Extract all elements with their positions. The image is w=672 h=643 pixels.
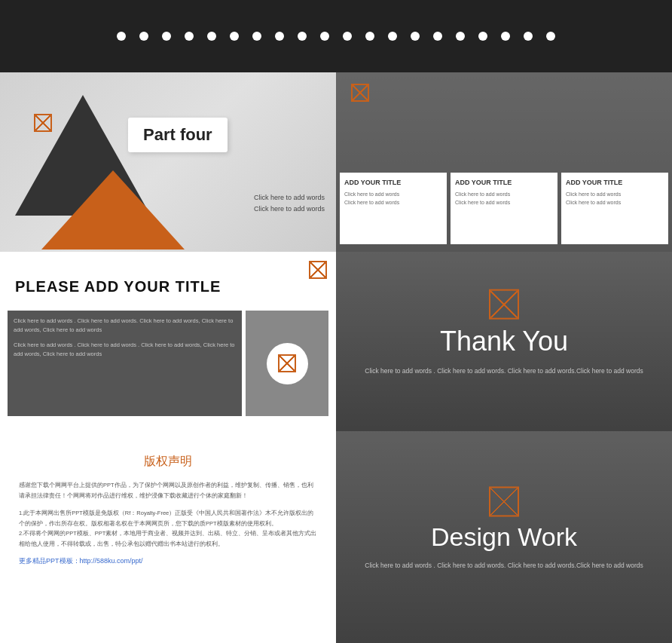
dot [252, 32, 261, 41]
slide3-content: Click here to add words . Click here to … [8, 311, 328, 416]
card1-title: ADD YOUR TITLE [344, 179, 442, 186]
placeholder-icon [278, 354, 296, 372]
dot [343, 32, 352, 41]
slide1-line1: Click here to add words [254, 192, 325, 203]
slide4-text: Click here to add words . Click here to … [336, 366, 672, 377]
dot [298, 32, 307, 41]
dot [207, 32, 216, 41]
card1-text2: Click here to add words [344, 199, 442, 207]
card3-text1: Click here to add words [566, 191, 664, 199]
slide-three-cards: ADD YOUR TITLE Click here to add words C… [336, 72, 672, 252]
dot [411, 32, 420, 41]
dot [365, 32, 374, 41]
card-1: ADD YOUR TITLE Click here to add words C… [340, 173, 447, 244]
circle-icon-container [267, 343, 308, 384]
slide6-text: Click here to add words . Click here to … [336, 561, 672, 571]
slide3-corner-icon [309, 261, 327, 282]
placeholder-icon [309, 261, 327, 279]
slide2-top-icon [351, 84, 369, 105]
slide3-text-2: Click here to add words . Click here to … [14, 341, 236, 359]
dot [546, 32, 555, 41]
dot [117, 32, 126, 41]
dot [139, 32, 148, 41]
slide4-title: Thank You [336, 326, 672, 357]
triangle-orange [41, 170, 185, 250]
slide6-center: Design Work Click here to add words . Cl… [336, 486, 672, 571]
card1-text1: Click here to add words [344, 191, 442, 199]
card-3: ADD YOUR TITLE Click here to add words C… [561, 173, 668, 244]
part-four-label: Part four [128, 118, 228, 152]
dot [320, 32, 329, 41]
top-filmstrip [0, 0, 672, 72]
slide3-text-1: Click here to add words . Click here to … [14, 317, 236, 335]
slide3-right-block [246, 311, 328, 416]
slide1-text: Click here to add words Click here to ad… [254, 192, 325, 214]
placeholder-icon [489, 289, 519, 320]
slide3-left-block: Click here to add words . Click here to … [8, 311, 242, 416]
dot [501, 32, 510, 41]
dot [388, 32, 397, 41]
dot [524, 32, 533, 41]
card2-text1: Click here to add words [455, 191, 553, 199]
copyright-link[interactable]: 更多精品PPT模板：http://588ku.com/ppt/ [19, 556, 317, 566]
cards-row: ADD YOUR TITLE Click here to add words C… [340, 173, 668, 244]
dot [275, 32, 284, 41]
slide-thank-you: Thank You Click here to add words . Clic… [336, 252, 672, 431]
slide4-center: Thank You Click here to add words . Clic… [336, 289, 672, 377]
slide4-icon [336, 289, 672, 320]
card2-title: ADD YOUR TITLE [455, 179, 553, 186]
dot [433, 32, 442, 41]
slide6-title: Design Work [336, 522, 672, 552]
dot [478, 32, 487, 41]
slide-copyright: 版权声明 感谢您下载个网网平台上提供的PPT作品，为了保护个网网以及原创作者的利… [0, 431, 336, 643]
slide-design-work: Design Work Click here to add words . Cl… [336, 431, 672, 643]
dot [162, 32, 171, 41]
card3-title: ADD YOUR TITLE [566, 179, 664, 186]
slide-part-four: Part four Click here to add words Click … [0, 72, 336, 252]
dot [456, 32, 465, 41]
slide1-icon [34, 114, 64, 144]
card3-text2: Click here to add words [566, 199, 664, 207]
card-2: ADD YOUR TITLE Click here to add words C… [451, 173, 557, 244]
filmstrip-dots [117, 32, 555, 41]
slide3-title: PLEASE ADD YOUR TITLE [15, 278, 221, 295]
slide6-icon [336, 486, 672, 516]
placeholder-icon [351, 84, 369, 102]
slide-please-add-title: PLEASE ADD YOUR TITLE Click here to add … [0, 252, 336, 431]
slide1-line2: Click here to add words [254, 204, 325, 214]
copyright-title: 版权声明 [19, 454, 317, 470]
placeholder-icon [34, 114, 52, 132]
placeholder-icon [489, 486, 519, 516]
card2-text2: Click here to add words [455, 199, 553, 207]
copyright-para1: 感谢您下载个网网平台上提供的PPT作品，为了保护个网网以及原创作者的利益，维护复… [19, 480, 317, 501]
dot [230, 32, 239, 41]
dot [185, 32, 194, 41]
copyright-para2: 1.此于本网网出售所PPT模版是免版权（Rf：Royalty-Free）正版受《… [19, 508, 317, 549]
